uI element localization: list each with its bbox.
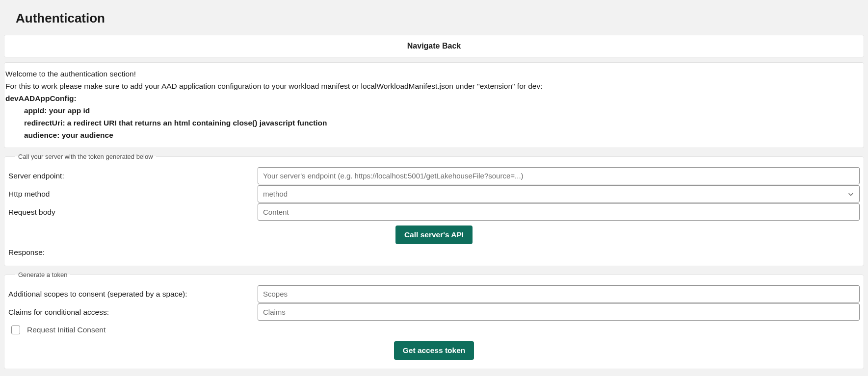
server-call-legend: Call your server with the token generate… — [15, 153, 156, 160]
navigate-back-button[interactable]: Navigate Back — [4, 35, 864, 57]
get-access-token-button[interactable]: Get access token — [394, 341, 474, 360]
http-method-placeholder: method — [263, 190, 288, 198]
generate-token-legend: Generate a token — [15, 271, 70, 278]
intro-instruction: For this to work please make sure to add… — [5, 80, 858, 92]
intro-audience-line: audience: your audience — [5, 129, 858, 141]
scopes-input[interactable] — [258, 285, 860, 302]
request-body-input[interactable] — [258, 203, 860, 221]
chevron-down-icon — [847, 191, 854, 198]
claims-label: Claims for conditional access: — [6, 308, 258, 317]
intro-config-header: devAADAppConfig: — [5, 93, 858, 104]
server-call-group: Call your server with the token generate… — [4, 153, 864, 266]
request-initial-consent-label: Request Initial Consent — [27, 326, 105, 334]
intro-appid-line: appId: your app id — [5, 105, 858, 117]
call-server-api-button[interactable]: Call server's API — [395, 226, 473, 244]
intro-welcome: Welcome to the authentication section! — [5, 68, 858, 80]
request-initial-consent-checkbox[interactable] — [11, 326, 20, 334]
page-title: Authentication — [16, 11, 864, 26]
intro-redirect-line: redirectUri: a redirect URI that returns… — [5, 117, 858, 129]
endpoint-label: Server endpoint: — [6, 172, 258, 180]
response-label: Response: — [6, 246, 862, 259]
claims-input[interactable] — [258, 303, 860, 321]
http-method-select[interactable]: method — [258, 185, 860, 202]
request-body-label: Request body — [6, 208, 258, 217]
server-endpoint-input[interactable] — [258, 167, 860, 184]
scopes-label: Additional scopes to consent (seperated … — [6, 290, 258, 299]
generate-token-group: Generate a token Additional scopes to co… — [4, 271, 864, 369]
nav-back-panel: Navigate Back — [4, 35, 864, 57]
intro-panel: Welcome to the authentication section! F… — [4, 62, 864, 148]
http-method-label: Http method — [6, 190, 258, 199]
